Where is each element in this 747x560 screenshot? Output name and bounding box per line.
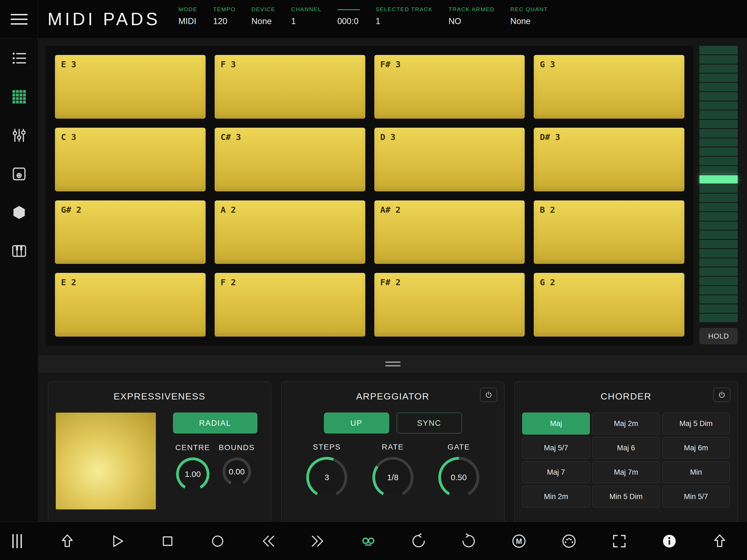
redo-button[interactable] bbox=[459, 531, 479, 551]
sidebar-item-hexagon[interactable] bbox=[6, 199, 32, 226]
pad-e2[interactable]: E 2 bbox=[55, 273, 206, 337]
meter-segment bbox=[699, 55, 738, 64]
sidebar-item-pads-grid[interactable] bbox=[6, 84, 32, 110]
pad-f2[interactable]: F# 2 bbox=[374, 273, 525, 337]
meter-segment bbox=[699, 268, 738, 276]
record-button[interactable] bbox=[208, 531, 228, 551]
status-field-channel[interactable]: CHANNEL1 bbox=[291, 6, 321, 38]
xy-expression-pad[interactable] bbox=[56, 413, 156, 509]
status-value: None bbox=[510, 17, 548, 26]
chorder-title: CHORDER bbox=[515, 391, 738, 402]
pad-grid: E 3F 3F# 3G 3C 3C# 3D 3D# 3G# 2A 2A# 2B … bbox=[46, 46, 693, 346]
panel-resize-handle[interactable] bbox=[385, 361, 401, 366]
status-field-rec-quant[interactable]: REC QUANTNone bbox=[510, 6, 548, 38]
gate-knob-label: GATE bbox=[447, 443, 470, 452]
loop-record-button[interactable] bbox=[358, 531, 378, 551]
stop-icon bbox=[159, 533, 176, 550]
chord-min[interactable]: Min bbox=[662, 461, 730, 483]
chord-maj-6[interactable]: Maj 6 bbox=[592, 437, 660, 459]
arp-sync-button[interactable]: SYNC bbox=[397, 413, 462, 433]
sidebar-item-keyboard[interactable] bbox=[6, 238, 32, 264]
chord-min-2m[interactable]: Min 2m bbox=[522, 486, 590, 508]
midi-connector-button[interactable] bbox=[559, 531, 579, 551]
pad-f2[interactable]: F 2 bbox=[215, 273, 365, 337]
chord-maj-5-dim[interactable]: Maj 5 Dim bbox=[662, 413, 730, 434]
transport-line bbox=[337, 9, 360, 10]
pad-g2[interactable]: G# 2 bbox=[55, 200, 206, 264]
status-field-selected-track[interactable]: SELECTED TRACK1 bbox=[376, 6, 433, 38]
meter-segment bbox=[699, 249, 738, 258]
divider-band bbox=[38, 355, 747, 373]
meter-segment bbox=[699, 314, 738, 322]
sidebar-item-mixer[interactable] bbox=[6, 122, 32, 149]
power-icon bbox=[485, 391, 493, 399]
bounds-knob[interactable]: 0.00 bbox=[223, 457, 251, 486]
sidebar-item-list[interactable] bbox=[6, 45, 32, 71]
status-field-mode[interactable]: MODEMIDI bbox=[178, 6, 197, 38]
gate-knob[interactable]: 0.50 bbox=[438, 457, 479, 498]
pad-d3[interactable]: D 3 bbox=[374, 128, 525, 192]
chord-maj-7[interactable]: Maj 7 bbox=[522, 461, 590, 483]
pad-c3[interactable]: C# 3 bbox=[215, 128, 365, 192]
rate-knob[interactable]: 1/8 bbox=[372, 457, 413, 498]
pad-e3[interactable]: E 3 bbox=[55, 55, 206, 119]
fast-forward-button[interactable] bbox=[308, 531, 328, 551]
import-arrow-button[interactable] bbox=[57, 531, 77, 551]
pad-a2[interactable]: A 2 bbox=[215, 200, 365, 264]
stop-button[interactable] bbox=[158, 531, 177, 551]
share-arrow-button[interactable] bbox=[710, 531, 729, 551]
fullscreen-button[interactable] bbox=[610, 531, 629, 551]
chord-maj-7m[interactable]: Maj 7m bbox=[592, 461, 660, 483]
info-button[interactable] bbox=[660, 531, 679, 551]
chord-maj-5-7[interactable]: Maj 5/7 bbox=[522, 437, 590, 459]
status-field-transport-position[interactable]: 000:0 bbox=[337, 6, 360, 38]
metronome-button[interactable]: M bbox=[509, 531, 529, 551]
undo-button[interactable] bbox=[409, 531, 429, 551]
rewind-button[interactable] bbox=[258, 531, 278, 551]
velocity-meter[interactable] bbox=[699, 46, 738, 322]
chord-maj-6m[interactable]: Maj 6m bbox=[662, 437, 730, 459]
arp-direction-button[interactable]: UP bbox=[324, 413, 389, 433]
radial-mode-button[interactable]: RADIAL bbox=[173, 413, 257, 433]
sidebar-drag-handle[interactable] bbox=[7, 534, 27, 548]
pad-b2[interactable]: B 2 bbox=[534, 200, 685, 264]
status-field-device[interactable]: DEVICENone bbox=[252, 6, 275, 38]
mixer-icon bbox=[11, 127, 28, 144]
meter-segment bbox=[699, 110, 738, 119]
meter-segment bbox=[699, 166, 738, 175]
hamburger-icon bbox=[11, 14, 28, 15]
rate-knob-value: 1/8 bbox=[387, 473, 398, 482]
sidebar-item-modules[interactable] bbox=[6, 161, 32, 187]
centre-knob[interactable]: 1.00 bbox=[176, 457, 209, 491]
chord-min-5-7[interactable]: Min 5/7 bbox=[662, 486, 730, 508]
pad-f3[interactable]: F# 3 bbox=[374, 55, 525, 119]
pad-f3[interactable]: F 3 bbox=[215, 55, 365, 119]
chord-min-5-dim[interactable]: Min 5 Dim bbox=[592, 486, 660, 508]
meter-segment bbox=[699, 83, 738, 91]
pad-c3[interactable]: C 3 bbox=[55, 128, 206, 192]
arpeggiator-panel: ARPEGGIATOR UP SYNC STEPS 3 RATE 1/8 bbox=[281, 381, 505, 522]
hamburger-menu-button[interactable] bbox=[0, 0, 38, 38]
pad-g3[interactable]: G 3 bbox=[534, 55, 685, 119]
meter-segment bbox=[699, 212, 738, 221]
steps-knob-value: 3 bbox=[325, 473, 329, 482]
pad-note-label: D# 3 bbox=[540, 132, 560, 142]
pad-a2[interactable]: A# 2 bbox=[374, 200, 525, 264]
play-button[interactable] bbox=[107, 531, 127, 551]
arpeggiator-power-button[interactable] bbox=[480, 388, 497, 402]
pad-note-label: C 3 bbox=[61, 132, 76, 142]
status-field-tempo[interactable]: TEMPO120 bbox=[213, 6, 235, 38]
chord-maj-2m[interactable]: Maj 2m bbox=[592, 413, 660, 434]
pad-note-label: B 2 bbox=[540, 205, 555, 215]
pad-note-label: G 3 bbox=[540, 59, 555, 69]
status-field-track-armed[interactable]: TRACK ARMEDNO bbox=[448, 6, 494, 38]
pad-d3[interactable]: D# 3 bbox=[534, 128, 685, 192]
hold-button[interactable]: HOLD bbox=[699, 328, 738, 344]
steps-knob[interactable]: 3 bbox=[306, 457, 347, 498]
steps-knob-label: STEPS bbox=[313, 443, 341, 452]
pad-g2[interactable]: G 2 bbox=[534, 273, 685, 337]
chorder-power-button[interactable] bbox=[713, 388, 730, 402]
arpeggiator-title: ARPEGGIATOR bbox=[281, 391, 504, 402]
chord-maj[interactable]: Maj bbox=[522, 413, 590, 434]
pad-note-label: D 3 bbox=[380, 132, 396, 142]
